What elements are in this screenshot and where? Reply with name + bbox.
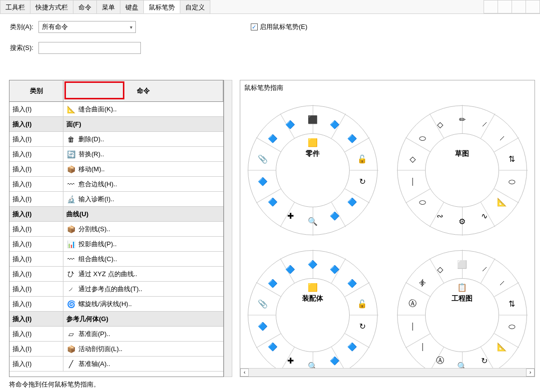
tab-menu[interactable]: 菜单 [96, 0, 120, 13]
wheel-slot-icon[interactable]: 🔷 [307, 259, 318, 270]
table-row[interactable]: 插入(I)ひ通过 XYZ 点的曲线.. [9, 267, 223, 282]
tab-toolbar[interactable]: 工具栏 [0, 0, 30, 13]
wheel-slot-icon[interactable]: ↻ [357, 321, 368, 332]
wheel-slot-icon[interactable]: 🔓 [357, 298, 368, 309]
table-row[interactable]: 插入(I)📦移动(M).. [9, 162, 223, 177]
tab-mouse-gesture[interactable]: 鼠标笔势 [143, 0, 180, 13]
rb2[interactable] [498, 0, 512, 13]
wheel-slot-icon[interactable]: Ⓐ [407, 298, 418, 309]
table-row[interactable]: 插入(I)╱基准轴(A).. [9, 357, 223, 372]
wheel-slot-icon[interactable]: 🔍 [457, 361, 468, 368]
wheel-slot-icon[interactable]: 🔷 [329, 119, 340, 130]
wheel-slot-icon[interactable]: ⟋ [497, 133, 508, 144]
wheel-slot-icon[interactable]: ｜ [417, 342, 428, 353]
wheel-slot-icon[interactable]: ◇ [435, 264, 446, 275]
category-dropdown[interactable]: 所有命令 ▾ [38, 21, 136, 33]
wheel-slot-icon[interactable]: 🔓 [357, 153, 368, 164]
rb1[interactable] [484, 0, 498, 13]
wheel-slot-icon[interactable]: 📎 [257, 153, 268, 164]
wheel-slot-icon[interactable]: 🔷 [285, 119, 296, 130]
wheel-slot-icon[interactable]: ⟋ [479, 264, 490, 275]
table-row[interactable]: 插入(I)面(F) [9, 117, 223, 132]
wheel-slot-icon[interactable]: ⚙ [457, 216, 468, 227]
wheel-slot-icon[interactable]: ｜ [407, 176, 418, 187]
wheel-slot-icon[interactable]: 🔷 [267, 342, 278, 353]
v-scrollbar[interactable] [224, 80, 232, 377]
wheel-slot-icon[interactable]: 🔷 [329, 211, 340, 222]
wheel-slot-icon[interactable]: 🔷 [347, 197, 358, 208]
wheel-slot-icon[interactable]: 🔷 [347, 278, 358, 289]
wheel-slot-icon[interactable]: 🔷 [267, 278, 278, 289]
scroll-left-icon[interactable]: ‹ [240, 369, 249, 377]
th-category[interactable]: 类别 [9, 80, 63, 101]
wheel-slot-icon[interactable]: ⬛ [307, 114, 318, 125]
wheel-slot-icon[interactable]: ⇅ [507, 298, 518, 309]
wheel-slot-icon[interactable]: ⟋ [497, 278, 508, 289]
tab-shortcut[interactable]: 快捷方式栏 [30, 0, 73, 13]
table-row[interactable]: 插入(I)曲线(U) [9, 207, 223, 222]
h-scrollbar[interactable]: ‹ › [240, 368, 535, 377]
cell-category: 插入(I) [9, 327, 63, 341]
table-row[interactable]: 插入(I)📦分割线(S).. [9, 222, 223, 237]
wheel-slot-icon[interactable]: 🔷 [329, 356, 340, 367]
rb4[interactable] [526, 0, 540, 13]
table-row[interactable]: 插入(I)🗑删除(D).. [9, 132, 223, 147]
wheel-slot-icon[interactable]: ⬭ [507, 321, 518, 332]
table-row[interactable]: 插入(I)参考几何体(G) [9, 312, 223, 327]
table-row[interactable]: 插入(I)🔄替换(R).. [9, 147, 223, 162]
cell-command: 〰愈合边线(H).. [63, 180, 223, 189]
wheel-slot-icon[interactable]: 🔷 [347, 133, 358, 144]
rb3[interactable] [512, 0, 526, 13]
table-row[interactable]: 插入(I)▱基准面(P).. [9, 327, 223, 342]
wheel-slot-icon[interactable]: 🔷 [257, 176, 268, 187]
scroll-right-icon[interactable]: › [526, 369, 535, 377]
wheel-slot-icon[interactable]: Ⓐ [435, 356, 446, 367]
wheel-slot-icon[interactable]: ⬭ [417, 197, 428, 208]
wheel-slot-icon[interactable]: 🔍 [307, 361, 318, 368]
wheel-slot-icon[interactable]: ◇ [407, 153, 418, 164]
wheel-slot-icon[interactable]: 🔷 [257, 321, 268, 332]
wheel-slot-icon[interactable]: ⬜ [457, 259, 468, 270]
table-row[interactable]: 插入(I)⟋通过参考点的曲线(T).. [9, 282, 223, 297]
wheel-slot-icon[interactable]: ⸎ [417, 278, 428, 289]
wheel-slot-icon[interactable]: ✏ [457, 114, 468, 125]
wheel-slot-icon[interactable]: ⟋ [479, 119, 490, 130]
wheel-slot-icon[interactable]: ｜ [407, 321, 418, 332]
tab-keyboard[interactable]: 键盘 [120, 0, 144, 13]
wheel-slot-icon[interactable]: ↻ [479, 356, 490, 367]
wheel-slot-icon[interactable]: 🔷 [329, 264, 340, 275]
table-row[interactable]: 插入(I)🌀螺旋线/涡状线(H).. [9, 297, 223, 312]
tab-command[interactable]: 命令 [73, 0, 97, 13]
enable-gesture-checkbox[interactable]: ✓ 启用鼠标笔势(E) [251, 22, 307, 31]
table-body[interactable]: 插入(I)📐缝合曲面(K)..插入(I)面(F)插入(I)🗑删除(D)..插入(… [9, 102, 223, 377]
table-row[interactable]: 插入(I)📐缝合曲面(K).. [9, 102, 223, 117]
wheel-slot-icon[interactable]: ↻ [357, 176, 368, 187]
wheel-slot-icon[interactable]: ∾ [435, 211, 446, 222]
wheel-slot-icon[interactable]: 📐 [497, 342, 508, 353]
wheel-slot-icon[interactable]: ⬭ [417, 133, 428, 144]
table-row[interactable]: 插入(I)〰组合曲线(C).. [9, 252, 223, 267]
th-command[interactable]: 命令 [63, 80, 223, 101]
wheel-slot-icon[interactable]: ✚ [285, 211, 296, 222]
wheel-slot-icon[interactable]: 🔷 [267, 133, 278, 144]
wheel-slot-icon[interactable]: 🔷 [285, 264, 296, 275]
table-row[interactable]: 插入(I)📦活动剖切面(L).. [9, 342, 223, 357]
wheel-slot-icon[interactable]: 🔷 [267, 197, 278, 208]
wheel-slot-icon[interactable]: 📎 [257, 298, 268, 309]
cell-command: 📦活动剖切面(L).. [63, 345, 223, 354]
tab-custom[interactable]: 自定义 [180, 0, 210, 13]
command-icon: 🔄 [66, 150, 75, 159]
search-input[interactable] [38, 42, 141, 54]
wheel-slot-icon[interactable]: 🔍 [307, 216, 318, 227]
wheel-slot-icon[interactable]: ✚ [285, 356, 296, 367]
table-row[interactable]: 插入(I)📊投影曲线(P).. [9, 237, 223, 252]
wheel-slot-icon[interactable]: 🔷 [347, 342, 358, 353]
wheel-slot-icon[interactable]: ⇅ [507, 153, 518, 164]
wheel-slot-icon[interactable]: ∿ [479, 211, 490, 222]
wheel-slot-icon[interactable]: ◇ [435, 119, 446, 130]
wheel-slot-icon[interactable]: 📐 [497, 197, 508, 208]
command-label: 通过参考点的曲线(T).. [78, 285, 142, 294]
table-row[interactable]: 插入(I)🔬输入诊断(I).. [9, 192, 223, 207]
wheel-slot-icon[interactable]: ⬭ [507, 176, 518, 187]
table-row[interactable]: 插入(I)〰愈合边线(H).. [9, 177, 223, 192]
